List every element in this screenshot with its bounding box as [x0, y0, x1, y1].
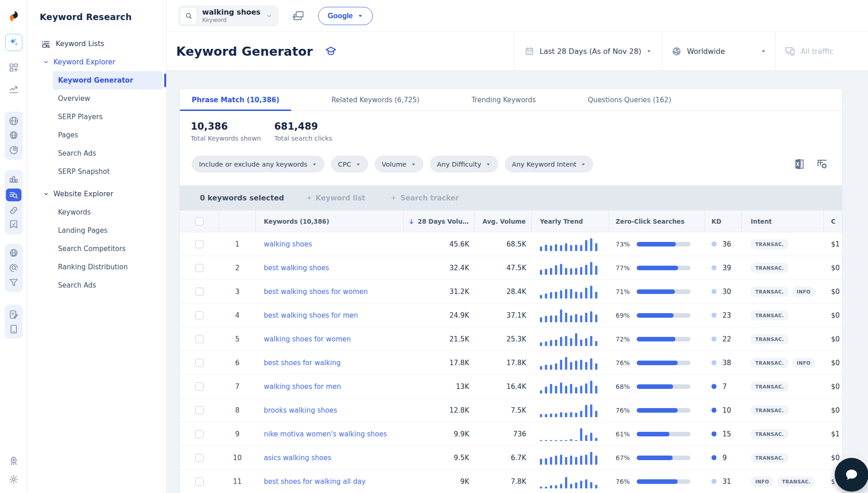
sidebar-item-landing-pages[interactable]: Landing Pages [53, 221, 162, 240]
vol28-value: 21.5K [404, 335, 475, 343]
trending-icon[interactable] [8, 84, 19, 95]
sidebar-item-search-competitors[interactable]: Search Competitors [53, 240, 162, 258]
learning-cap-icon[interactable] [325, 45, 337, 57]
sidebar-group-website-explorer[interactable]: Website Explorer [27, 185, 166, 203]
sidebar-group-keyword-explorer[interactable]: Keyword Explorer [27, 53, 166, 71]
web-analysis-icon[interactable] [8, 130, 19, 141]
select-all-checkbox[interactable] [195, 217, 204, 226]
sidebar-item-keywords[interactable]: Keywords [53, 203, 162, 221]
keyword-link[interactable]: best walking shoes for men [256, 311, 404, 320]
zero-click-bar [637, 289, 690, 294]
intent-cell: TRANSAC. [742, 453, 824, 463]
row-checkbox[interactable] [195, 454, 204, 462]
keyword-search-control[interactable]: walking shoes Keyword [178, 5, 279, 26]
table-settings-icon[interactable] [816, 158, 828, 170]
keyword-research-icon[interactable] [6, 189, 21, 201]
keyword-link[interactable]: asics walking shoes [256, 454, 404, 462]
keyword-link[interactable]: best shoes for walking all day [256, 477, 404, 486]
date-range-selector[interactable]: Last 28 Days (As of Nov 28) [514, 32, 662, 70]
keyword-link[interactable]: nike motiva women's walking shoes [256, 430, 404, 438]
row-checkbox[interactable] [195, 477, 204, 486]
row-checkbox[interactable] [195, 288, 204, 296]
vol28-column-header[interactable]: 28 Days Volu… [404, 210, 475, 232]
kd-value: 30 [722, 288, 731, 296]
excel-export-icon[interactable] [794, 158, 806, 170]
ai-assistant-button[interactable] [5, 34, 22, 51]
gear-icon[interactable] [8, 474, 19, 485]
cpc-value: $1 [824, 240, 842, 248]
filter-cpc[interactable]: CPC [331, 156, 368, 173]
add-comparison-icon[interactable] [292, 9, 305, 23]
intent-badge: INFO [792, 287, 815, 297]
row-checkbox[interactable] [195, 430, 204, 438]
row-checkbox[interactable] [195, 264, 204, 272]
zero-click-column-header[interactable]: Zero-Click Searches [609, 210, 705, 232]
search-round-icon[interactable] [8, 262, 19, 273]
zero-click-cell: 68% [609, 383, 705, 390]
tab-trending-keywords[interactable]: Trending Keywords [460, 89, 548, 110]
doc-edit-icon[interactable] [8, 309, 19, 320]
sidebar-item-serp-snapshot[interactable]: SERP Snapshot [53, 163, 162, 181]
add-to-search-tracker-button[interactable]: Search tracker [391, 194, 459, 202]
web-analysis-icon[interactable] [8, 248, 19, 259]
cpc-value: $0 [824, 406, 842, 414]
sidebar-item-search-ads[interactable]: Search Ads [53, 276, 162, 294]
row-checkbox[interactable] [195, 240, 204, 248]
keyword-link[interactable]: walking shoes for men [256, 383, 404, 391]
sidebar-group-label: Website Explorer [53, 190, 113, 198]
row-checkbox[interactable] [195, 335, 204, 343]
globe-icon[interactable] [8, 115, 19, 126]
keyword-link[interactable]: walking shoes [256, 240, 404, 248]
avg-volume-column-header[interactable]: Avg. Volume [475, 210, 532, 232]
sidebar-item-search-ads[interactable]: Search Ads [53, 144, 162, 163]
sidebar-item-overview[interactable]: Overview [53, 89, 162, 108]
add-to-keyword-list-button[interactable]: Keyword list [306, 194, 366, 202]
link-icon[interactable] [8, 205, 19, 216]
filter-any-difficulty[interactable]: Any Difficulty [430, 156, 498, 173]
keywords-column-header[interactable]: Keywords (10,386) [256, 210, 404, 232]
row-checkbox[interactable] [195, 383, 204, 391]
tab-questions-queries[interactable]: Questions Queries (162) [576, 89, 683, 110]
tab-phrase-match[interactable]: Phrase Match (10,386) [180, 89, 291, 110]
region-selector[interactable]: Worldwide [662, 32, 775, 70]
filter-include-or-exclude-any-keywords[interactable]: Include or exclude any keywords [192, 156, 324, 173]
device-icon[interactable] [8, 324, 19, 335]
keyword-link[interactable]: brooks walking shoes [256, 406, 404, 414]
sidebar-item-keyword-lists[interactable]: Keyword Lists [27, 35, 166, 53]
sidebar-item-serp-players[interactable]: SERP Players [53, 108, 162, 126]
vol28-value: 13K [404, 383, 475, 391]
kd-cell: 30 [705, 288, 742, 296]
dashboard-add-icon[interactable] [8, 62, 19, 73]
row-checkbox[interactable] [195, 359, 204, 367]
tag-check-icon[interactable] [8, 220, 19, 231]
funnel-icon[interactable] [8, 277, 19, 288]
keyword-link[interactable]: best walking shoes [256, 264, 404, 272]
intent-column-header[interactable]: Intent [742, 210, 824, 232]
similarweb-logo[interactable] [7, 10, 20, 23]
avg-volume-value: 16.4K [475, 383, 532, 391]
bar-chart-icon[interactable] [8, 174, 19, 185]
rocket-icon[interactable] [8, 456, 19, 467]
yearly-trend-column-header[interactable]: Yearly Trend [532, 210, 609, 232]
pie-chart-icon[interactable] [8, 145, 19, 156]
sidebar-item-keyword-generator[interactable]: Keyword Generator [53, 71, 162, 89]
cpc-column-header[interactable]: C [824, 210, 842, 232]
sidebar-item-pages[interactable]: Pages [53, 126, 162, 144]
keyword-link[interactable]: best shoes for walking [256, 359, 404, 367]
chat-widget-button[interactable] [835, 458, 868, 492]
row-checkbox[interactable] [195, 311, 204, 320]
zero-click-pct: 73% [616, 241, 637, 248]
keyword-link[interactable]: walking shoes for women [256, 335, 404, 343]
zero-click-pct: 68% [616, 383, 637, 390]
filter-any-keyword-intent[interactable]: Any Keyword Intent [505, 156, 594, 173]
filter-volume[interactable]: Volume [375, 156, 424, 173]
row-checkbox[interactable] [195, 406, 204, 414]
search-engine-selector[interactable]: Google [318, 7, 373, 25]
chevron-down-icon [266, 13, 272, 19]
tab-related-keywords[interactable]: Related Keywords (6,725) [319, 89, 431, 110]
avg-volume-value: 68.5K [475, 240, 532, 248]
kd-column-header[interactable]: KD [705, 210, 742, 232]
sidebar-item-ranking-distribution[interactable]: Ranking Distribution [53, 258, 162, 276]
vol28-value: 9.5K [404, 454, 475, 462]
keyword-link[interactable]: best walking shoes for women [256, 288, 404, 296]
